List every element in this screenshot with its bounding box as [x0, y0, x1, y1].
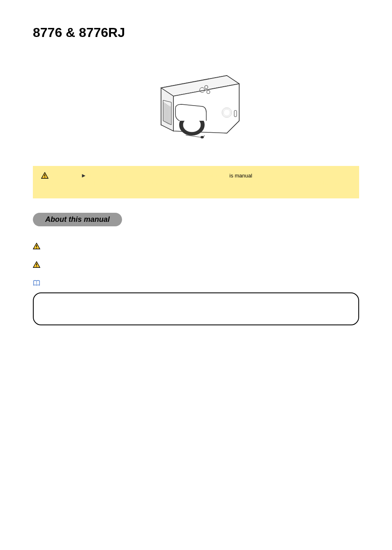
note-text: • The information in this manual is subj…: [42, 299, 345, 317]
projector-illustration: [0, 63, 392, 145]
warning-text-continuation: - Safety Guide" and related manuals to e…: [41, 180, 351, 192]
book-icon: [33, 280, 40, 286]
explanation-text: Various symbols are used in this manual.…: [0, 230, 392, 237]
symbol-row-warning: WARNING This symbol indicates informatio…: [0, 243, 392, 255]
caution-triangle-icon: [33, 261, 40, 268]
symbol-caution-label: CAUTION: [44, 261, 69, 267]
symbol-row-reference: Please refer to the pages written follow…: [0, 280, 392, 286]
warning-label: WARNING: [52, 173, 78, 179]
symbol-warning-text: This symbol indicates information that, …: [44, 243, 351, 255]
product-title: 8776 & 8776RJ: [33, 25, 359, 40]
symbol-warning-label: WARNING: [44, 243, 70, 249]
section-header: About this manual: [33, 213, 122, 226]
page-number: 1: [0, 528, 392, 534]
section-header-text: About this manual: [45, 215, 110, 223]
symbol-caution-text: This symbol indicates information that, …: [44, 261, 341, 274]
arrow-right-icon: ►: [81, 172, 87, 179]
intro-text: Thank you for purchasing this projector.: [0, 154, 392, 160]
svg-point-21: [36, 266, 37, 267]
symbol-reference-text: Please refer to the pages written follow…: [44, 280, 173, 286]
warning-triangle-icon: [41, 172, 48, 179]
projector-label: Projector: [33, 16, 359, 23]
svg-point-17: [44, 177, 45, 178]
manual-title: User's Manual – Operating Guide: [33, 44, 359, 51]
note-box: NOTE • The information in this manual is…: [33, 292, 359, 325]
symbol-row-caution: CAUTION This symbol indicates informatio…: [0, 261, 392, 274]
svg-point-19: [36, 248, 37, 249]
warning-triangle-icon: [33, 243, 40, 249]
warning-text-part1: Before using this product, please read t…: [90, 173, 226, 179]
note-label: NOTE: [42, 299, 55, 305]
warning-box: WARNING ► Before using this product, ple…: [33, 166, 359, 198]
warning-text-highlighted: is manual: [229, 173, 252, 179]
